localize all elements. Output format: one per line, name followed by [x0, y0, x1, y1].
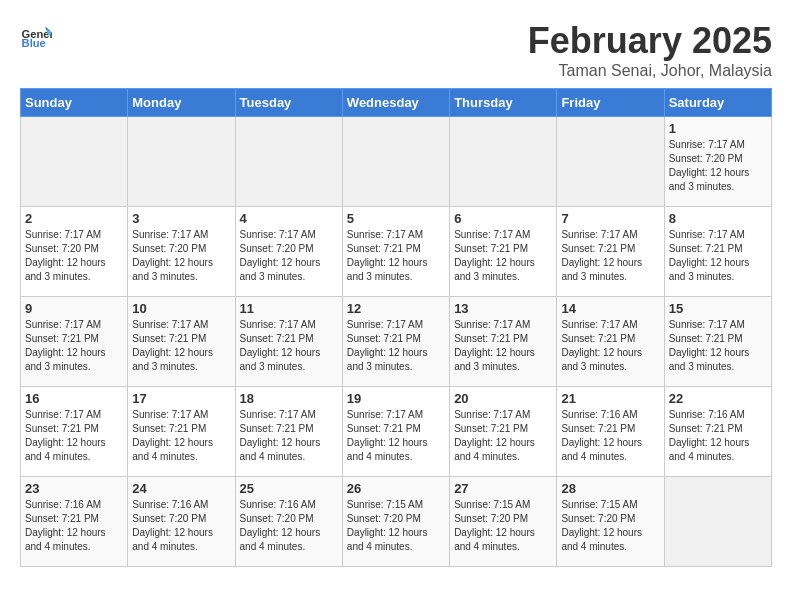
- day-info: Sunrise: 7:17 AMSunset: 7:21 PMDaylight:…: [132, 408, 230, 464]
- day-number: 2: [25, 211, 123, 226]
- day-cell: 5Sunrise: 7:17 AMSunset: 7:21 PMDaylight…: [342, 207, 449, 297]
- day-cell: 3Sunrise: 7:17 AMSunset: 7:20 PMDaylight…: [128, 207, 235, 297]
- calendar-table: SundayMondayTuesdayWednesdayThursdayFrid…: [20, 88, 772, 567]
- day-info: Sunrise: 7:17 AMSunset: 7:21 PMDaylight:…: [240, 408, 338, 464]
- day-cell: 10Sunrise: 7:17 AMSunset: 7:21 PMDayligh…: [128, 297, 235, 387]
- day-number: 3: [132, 211, 230, 226]
- day-number: 17: [132, 391, 230, 406]
- day-info: Sunrise: 7:17 AMSunset: 7:21 PMDaylight:…: [25, 318, 123, 374]
- day-number: 21: [561, 391, 659, 406]
- day-number: 1: [669, 121, 767, 136]
- day-number: 15: [669, 301, 767, 316]
- day-info: Sunrise: 7:17 AMSunset: 7:21 PMDaylight:…: [454, 228, 552, 284]
- weekday-header-saturday: Saturday: [664, 89, 771, 117]
- day-number: 16: [25, 391, 123, 406]
- day-cell: [235, 117, 342, 207]
- day-cell: 18Sunrise: 7:17 AMSunset: 7:21 PMDayligh…: [235, 387, 342, 477]
- day-number: 19: [347, 391, 445, 406]
- weekday-header-sunday: Sunday: [21, 89, 128, 117]
- day-info: Sunrise: 7:15 AMSunset: 7:20 PMDaylight:…: [561, 498, 659, 554]
- day-info: Sunrise: 7:17 AMSunset: 7:21 PMDaylight:…: [347, 318, 445, 374]
- day-number: 26: [347, 481, 445, 496]
- day-info: Sunrise: 7:17 AMSunset: 7:20 PMDaylight:…: [240, 228, 338, 284]
- day-cell: [128, 117, 235, 207]
- day-cell: [21, 117, 128, 207]
- day-cell: 12Sunrise: 7:17 AMSunset: 7:21 PMDayligh…: [342, 297, 449, 387]
- day-info: Sunrise: 7:17 AMSunset: 7:21 PMDaylight:…: [25, 408, 123, 464]
- day-info: Sunrise: 7:17 AMSunset: 7:21 PMDaylight:…: [561, 318, 659, 374]
- day-number: 4: [240, 211, 338, 226]
- day-info: Sunrise: 7:17 AMSunset: 7:20 PMDaylight:…: [669, 138, 767, 194]
- day-cell: 25Sunrise: 7:16 AMSunset: 7:20 PMDayligh…: [235, 477, 342, 567]
- week-row-3: 9Sunrise: 7:17 AMSunset: 7:21 PMDaylight…: [21, 297, 772, 387]
- day-info: Sunrise: 7:17 AMSunset: 7:20 PMDaylight:…: [132, 228, 230, 284]
- day-number: 22: [669, 391, 767, 406]
- logo: General Blue: [20, 20, 52, 52]
- day-cell: 13Sunrise: 7:17 AMSunset: 7:21 PMDayligh…: [450, 297, 557, 387]
- weekday-header-friday: Friday: [557, 89, 664, 117]
- day-cell: 27Sunrise: 7:15 AMSunset: 7:20 PMDayligh…: [450, 477, 557, 567]
- day-cell: 19Sunrise: 7:17 AMSunset: 7:21 PMDayligh…: [342, 387, 449, 477]
- day-number: 10: [132, 301, 230, 316]
- weekday-header-wednesday: Wednesday: [342, 89, 449, 117]
- day-number: 5: [347, 211, 445, 226]
- day-info: Sunrise: 7:17 AMSunset: 7:20 PMDaylight:…: [25, 228, 123, 284]
- day-info: Sunrise: 7:15 AMSunset: 7:20 PMDaylight:…: [347, 498, 445, 554]
- day-info: Sunrise: 7:16 AMSunset: 7:21 PMDaylight:…: [25, 498, 123, 554]
- day-cell: 11Sunrise: 7:17 AMSunset: 7:21 PMDayligh…: [235, 297, 342, 387]
- day-number: 13: [454, 301, 552, 316]
- day-number: 24: [132, 481, 230, 496]
- day-info: Sunrise: 7:17 AMSunset: 7:21 PMDaylight:…: [347, 408, 445, 464]
- calendar-subtitle: Taman Senai, Johor, Malaysia: [528, 62, 772, 80]
- page-header: General Blue February 2025 Taman Senai, …: [20, 20, 772, 80]
- day-cell: 21Sunrise: 7:16 AMSunset: 7:21 PMDayligh…: [557, 387, 664, 477]
- day-number: 6: [454, 211, 552, 226]
- day-cell: [342, 117, 449, 207]
- day-number: 18: [240, 391, 338, 406]
- day-cell: 7Sunrise: 7:17 AMSunset: 7:21 PMDaylight…: [557, 207, 664, 297]
- day-info: Sunrise: 7:16 AMSunset: 7:20 PMDaylight:…: [132, 498, 230, 554]
- day-cell: [557, 117, 664, 207]
- day-cell: 26Sunrise: 7:15 AMSunset: 7:20 PMDayligh…: [342, 477, 449, 567]
- day-cell: 24Sunrise: 7:16 AMSunset: 7:20 PMDayligh…: [128, 477, 235, 567]
- day-cell: 14Sunrise: 7:17 AMSunset: 7:21 PMDayligh…: [557, 297, 664, 387]
- week-row-5: 23Sunrise: 7:16 AMSunset: 7:21 PMDayligh…: [21, 477, 772, 567]
- weekday-header-monday: Monday: [128, 89, 235, 117]
- week-row-1: 1Sunrise: 7:17 AMSunset: 7:20 PMDaylight…: [21, 117, 772, 207]
- day-cell: 1Sunrise: 7:17 AMSunset: 7:20 PMDaylight…: [664, 117, 771, 207]
- weekday-header-thursday: Thursday: [450, 89, 557, 117]
- day-cell: 16Sunrise: 7:17 AMSunset: 7:21 PMDayligh…: [21, 387, 128, 477]
- weekday-header-row: SundayMondayTuesdayWednesdayThursdayFrid…: [21, 89, 772, 117]
- day-info: Sunrise: 7:17 AMSunset: 7:21 PMDaylight:…: [240, 318, 338, 374]
- day-cell: 2Sunrise: 7:17 AMSunset: 7:20 PMDaylight…: [21, 207, 128, 297]
- day-info: Sunrise: 7:16 AMSunset: 7:21 PMDaylight:…: [669, 408, 767, 464]
- title-section: February 2025 Taman Senai, Johor, Malays…: [528, 20, 772, 80]
- day-cell: 9Sunrise: 7:17 AMSunset: 7:21 PMDaylight…: [21, 297, 128, 387]
- day-cell: 23Sunrise: 7:16 AMSunset: 7:21 PMDayligh…: [21, 477, 128, 567]
- day-number: 11: [240, 301, 338, 316]
- day-number: 8: [669, 211, 767, 226]
- day-info: Sunrise: 7:17 AMSunset: 7:21 PMDaylight:…: [669, 228, 767, 284]
- day-cell: 6Sunrise: 7:17 AMSunset: 7:21 PMDaylight…: [450, 207, 557, 297]
- svg-text:Blue: Blue: [22, 37, 46, 49]
- day-cell: [664, 477, 771, 567]
- day-number: 28: [561, 481, 659, 496]
- day-cell: [450, 117, 557, 207]
- day-info: Sunrise: 7:17 AMSunset: 7:21 PMDaylight:…: [454, 318, 552, 374]
- day-info: Sunrise: 7:17 AMSunset: 7:21 PMDaylight:…: [454, 408, 552, 464]
- day-info: Sunrise: 7:17 AMSunset: 7:21 PMDaylight:…: [347, 228, 445, 284]
- day-number: 25: [240, 481, 338, 496]
- day-info: Sunrise: 7:16 AMSunset: 7:20 PMDaylight:…: [240, 498, 338, 554]
- day-cell: 4Sunrise: 7:17 AMSunset: 7:20 PMDaylight…: [235, 207, 342, 297]
- calendar-title: February 2025: [528, 20, 772, 62]
- day-info: Sunrise: 7:17 AMSunset: 7:21 PMDaylight:…: [561, 228, 659, 284]
- day-number: 9: [25, 301, 123, 316]
- day-number: 12: [347, 301, 445, 316]
- day-number: 23: [25, 481, 123, 496]
- week-row-2: 2Sunrise: 7:17 AMSunset: 7:20 PMDaylight…: [21, 207, 772, 297]
- day-number: 7: [561, 211, 659, 226]
- week-row-4: 16Sunrise: 7:17 AMSunset: 7:21 PMDayligh…: [21, 387, 772, 477]
- logo-icon: General Blue: [20, 20, 52, 52]
- day-info: Sunrise: 7:17 AMSunset: 7:21 PMDaylight:…: [669, 318, 767, 374]
- day-info: Sunrise: 7:15 AMSunset: 7:20 PMDaylight:…: [454, 498, 552, 554]
